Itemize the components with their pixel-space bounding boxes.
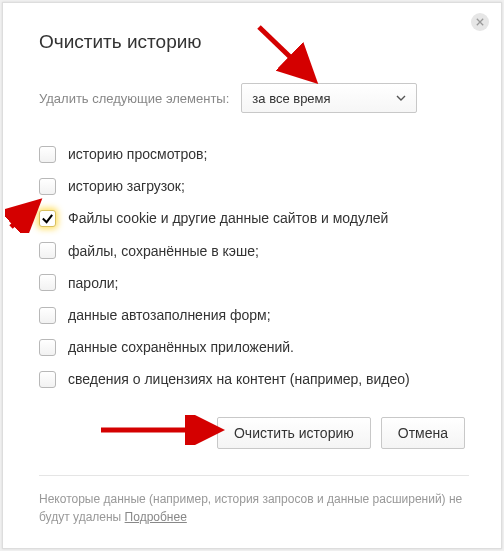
button-row: Очистить историю Отмена — [39, 417, 469, 449]
option-label: файлы, сохранённые в кэше; — [68, 242, 259, 260]
option-row: историю просмотров; — [39, 145, 469, 163]
footer-link[interactable]: Подробнее — [125, 510, 187, 524]
close-icon — [476, 18, 484, 26]
cancel-button[interactable]: Отмена — [381, 417, 465, 449]
annotation-arrow-icon — [249, 19, 329, 89]
options-list: историю просмотров;историю загрузок;Файл… — [39, 145, 469, 389]
option-checkbox[interactable] — [39, 146, 56, 163]
time-range-value: за все время — [252, 91, 330, 106]
option-checkbox[interactable] — [39, 210, 56, 227]
option-row: Файлы cookie и другие данные сайтов и мо… — [39, 209, 469, 227]
option-label: сведения о лицензиях на контент (наприме… — [68, 370, 410, 388]
time-range-label: Удалить следующие элементы: — [39, 91, 229, 106]
clear-history-dialog: Очистить историю Удалить следующие элеме… — [2, 2, 502, 549]
option-label: Файлы cookie и другие данные сайтов и мо… — [68, 209, 388, 227]
option-row: файлы, сохранённые в кэше; — [39, 242, 469, 260]
dialog-title: Очистить историю — [39, 31, 469, 53]
option-checkbox[interactable] — [39, 339, 56, 356]
option-label: данные сохранённых приложений. — [68, 338, 294, 356]
option-row: сведения о лицензиях на контент (наприме… — [39, 370, 469, 388]
option-row: пароли; — [39, 274, 469, 292]
option-row: данные автозаполнения форм; — [39, 306, 469, 324]
close-button[interactable] — [471, 13, 489, 31]
option-label: пароли; — [68, 274, 119, 292]
option-checkbox[interactable] — [39, 178, 56, 195]
check-icon — [41, 212, 54, 225]
option-label: данные автозаполнения форм; — [68, 306, 271, 324]
option-label: историю загрузок; — [68, 177, 185, 195]
chevron-down-icon — [396, 95, 406, 101]
time-range-select[interactable]: за все время — [241, 83, 417, 113]
footer-text: Некоторые данные (например, история запр… — [39, 492, 462, 524]
option-checkbox[interactable] — [39, 371, 56, 388]
option-row: данные сохранённых приложений. — [39, 338, 469, 356]
option-label: историю просмотров; — [68, 145, 207, 163]
option-checkbox[interactable] — [39, 274, 56, 291]
option-row: историю загрузок; — [39, 177, 469, 195]
clear-history-button[interactable]: Очистить историю — [217, 417, 371, 449]
option-checkbox[interactable] — [39, 307, 56, 324]
footer-note: Некоторые данные (например, история запр… — [39, 476, 469, 526]
time-range-row: Удалить следующие элементы: за все время — [39, 83, 469, 113]
option-checkbox[interactable] — [39, 242, 56, 259]
